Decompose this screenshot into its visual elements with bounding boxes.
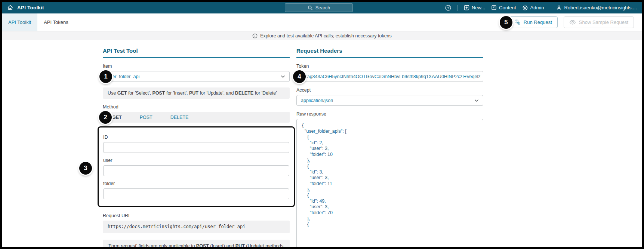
request-fields-group: ID 3 user folder xyxy=(98,126,295,207)
admin-menu-label: Admin xyxy=(530,5,544,10)
top-navbar: API Toolkit Search xyxy=(2,2,642,13)
folder-label: folder xyxy=(103,181,289,186)
user-icon xyxy=(556,5,562,10)
new-menu[interactable]: New... xyxy=(464,5,485,10)
accept-label: Accept xyxy=(296,87,483,93)
info-banner: Explore and test available API calls; es… xyxy=(2,31,642,40)
annotation-badge-5: 5 xyxy=(500,16,512,29)
content-menu[interactable]: Content xyxy=(491,5,516,10)
raw-response-label: Raw response xyxy=(296,111,483,117)
info-banner-text: Explore and test available API calls; es… xyxy=(260,33,392,39)
item-select[interactable]: 1 user_folder_api xyxy=(103,71,290,82)
form-request-note: 'Form request' fields are only applicabl… xyxy=(103,240,290,247)
field-group-user: 3 user xyxy=(103,158,289,176)
request-headers-panel: Request Headers Token 4 Accept applicati… xyxy=(296,47,483,247)
api-test-tool-panel: API Test Tool Item 1 user_folder_api Use… xyxy=(103,47,290,247)
method-tab-post[interactable]: POST xyxy=(140,115,152,120)
token-label: Token xyxy=(296,64,483,69)
home-icon[interactable] xyxy=(7,4,13,11)
user-menu[interactable]: Robert.isaenko@metricinsights.... xyxy=(556,5,637,10)
panel-title: Request Headers xyxy=(296,47,483,58)
accept-select-value: application/json xyxy=(301,98,333,103)
search-icon xyxy=(308,5,313,10)
request-url-value: https://docs.metricinsights.com/api/user… xyxy=(103,221,290,233)
field-group-folder: folder xyxy=(103,181,289,199)
gear-icon xyxy=(522,5,528,11)
user-label: user xyxy=(103,158,289,163)
annotation-badge-4: 4 xyxy=(293,70,306,83)
method-hint: Use GET for 'Select', POST for 'Insert',… xyxy=(103,87,290,99)
id-input[interactable] xyxy=(103,142,289,153)
user-menu-label: Robert.isaenko@metricinsights.... xyxy=(564,5,637,10)
new-menu-label: New... xyxy=(472,5,485,10)
request-url-label: Request URL xyxy=(103,213,290,218)
accept-select[interactable]: application/json xyxy=(296,95,483,106)
tab-api-toolkit[interactable]: API Toolkit xyxy=(2,13,37,31)
raw-response-json: { "user_folder_apis": [ { "id": 2, "user… xyxy=(302,123,478,228)
id-label: ID xyxy=(103,135,289,140)
tab-bar: API Toolkit API Tokens 5 Run Request xyxy=(2,13,642,31)
annotation-badge-1: 1 xyxy=(99,70,112,83)
chevron-down-icon xyxy=(474,99,479,102)
raw-response-box[interactable]: { "user_folder_apis": [ { "id": 2, "user… xyxy=(296,119,483,247)
method-tab-delete[interactable]: DELETE xyxy=(170,115,189,120)
item-label: Item xyxy=(103,64,290,69)
token-field: 4 xyxy=(296,71,483,82)
chevron-down-icon xyxy=(281,75,285,78)
run-request-button[interactable]: 5 Run Request xyxy=(508,16,558,28)
new-plus-icon xyxy=(464,5,469,10)
search-placeholder: Search xyxy=(315,5,330,10)
app-title: API Toolkit xyxy=(17,5,44,10)
field-group-id: ID xyxy=(103,135,289,153)
navbar-divider xyxy=(550,5,550,11)
show-sample-request-button[interactable]: Show Sample Request xyxy=(564,16,634,28)
method-tab-get[interactable]: GET xyxy=(112,115,122,120)
folder-input[interactable] xyxy=(103,188,289,199)
ai-assistant-icon[interactable] xyxy=(445,4,452,11)
token-input[interactable] xyxy=(301,71,481,82)
user-input[interactable] xyxy=(103,165,289,176)
panel-title: API Test Tool xyxy=(103,47,290,58)
run-gears-icon xyxy=(514,19,521,25)
content-menu-label: Content xyxy=(499,5,516,10)
annotation-badge-3: 3 xyxy=(79,162,92,175)
annotation-badge-2: 2 xyxy=(99,111,112,124)
content-doc-icon xyxy=(491,5,497,10)
admin-menu[interactable]: Admin xyxy=(522,5,544,11)
info-icon xyxy=(252,33,258,39)
method-label: Method xyxy=(103,104,290,110)
global-search-input[interactable]: Search xyxy=(285,3,353,12)
tab-api-tokens[interactable]: API Tokens xyxy=(37,13,75,31)
method-tabs: 2 GET POST DELETE xyxy=(103,112,290,123)
app-window: API Toolkit Search xyxy=(2,2,642,247)
tab-label: API Tokens xyxy=(44,19,68,25)
eye-icon xyxy=(569,20,576,25)
show-sample-label: Show Sample Request xyxy=(579,19,628,25)
tab-label: API Toolkit xyxy=(8,19,31,25)
navbar-divider xyxy=(457,5,458,11)
run-request-label: Run Request xyxy=(524,19,552,25)
